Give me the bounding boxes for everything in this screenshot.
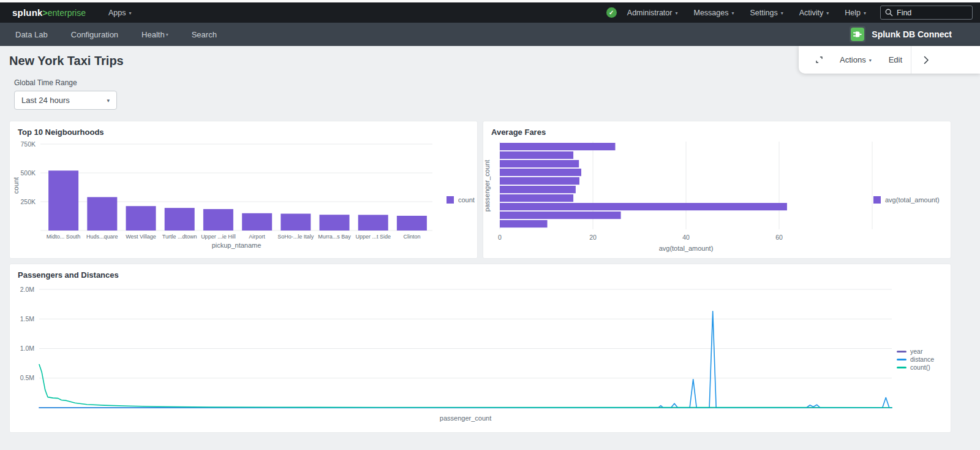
- legend-line-swatch: [897, 367, 907, 368]
- user-menu-label: Administrator: [627, 9, 673, 17]
- chart-legend: count: [447, 196, 475, 204]
- svg-text:2.0M: 2.0M: [20, 286, 34, 293]
- health-status-icon[interactable]: ✓: [606, 7, 617, 18]
- svg-text:SoHo-...le Italy: SoHo-...le Italy: [277, 234, 314, 240]
- legend-label: count(): [910, 364, 930, 371]
- nav-item-health[interactable]: Health ▾: [130, 23, 180, 46]
- db-connect-icon-frame: [850, 26, 865, 42]
- legend-item-year: year: [897, 348, 922, 355]
- svg-text:Midto... South: Midto... South: [47, 234, 81, 240]
- fullscreen-button[interactable]: [799, 46, 831, 74]
- caret-down-icon: ▾: [864, 11, 866, 16]
- time-range-label: Global Time Range: [14, 78, 971, 87]
- apps-menu-label: Apps: [108, 9, 126, 17]
- settings-menu[interactable]: Settings ▾: [742, 2, 791, 23]
- svg-text:0: 0: [498, 234, 502, 241]
- svg-text:passenger_count: passenger_count: [440, 414, 491, 422]
- caret-down-icon: ▾: [675, 11, 677, 16]
- nav-item-configuration[interactable]: Configuration: [59, 23, 130, 46]
- svg-text:count: count: [12, 177, 20, 194]
- caret-down-icon: ▾: [731, 11, 734, 16]
- svg-text:Clinton: Clinton: [403, 234, 420, 240]
- messages-menu[interactable]: Messages ▾: [685, 2, 742, 23]
- svg-text:passenger_count: passenger_count: [483, 160, 491, 212]
- logo-gt-text: >: [43, 8, 48, 18]
- svg-text:Turtle ...dtown: Turtle ...dtown: [162, 234, 197, 240]
- svg-text:pickup_ntaname: pickup_ntaname: [212, 242, 262, 249]
- chart-legend: avg(total_amount): [873, 196, 940, 204]
- chart-legend: year distance count(): [897, 348, 934, 371]
- time-range-value: Last 24 hours: [21, 96, 70, 105]
- splunk-logo[interactable]: splunk>enterprise: [12, 7, 86, 18]
- dashboard-action-bar: Actions ▾ Edit: [799, 46, 980, 74]
- apps-menu[interactable]: Apps ▾: [100, 2, 140, 23]
- legend-item-distance: distance: [897, 356, 934, 363]
- nav-data-lab-label: Data Lab: [15, 30, 48, 39]
- activity-menu-label: Activity: [799, 9, 824, 17]
- svg-text:Huds...quare: Huds...quare: [86, 234, 118, 240]
- legend-item-count: count(): [897, 364, 930, 371]
- actions-button[interactable]: Actions ▾: [831, 46, 880, 74]
- help-menu[interactable]: Help ▾: [837, 2, 874, 23]
- expand-icon: [815, 55, 824, 64]
- svg-text:60: 60: [775, 234, 783, 241]
- messages-menu-label: Messages: [693, 9, 728, 17]
- chart-title: Average Fares: [483, 121, 951, 137]
- db-connect-plug-icon: [851, 28, 864, 41]
- svg-text:0.5M: 0.5M: [20, 374, 34, 381]
- svg-text:750K: 750K: [20, 140, 36, 148]
- legend-line-swatch: [897, 351, 907, 353]
- app-branding[interactable]: Splunk DB Connect: [850, 26, 976, 42]
- nav-item-data-lab[interactable]: Data Lab: [4, 23, 59, 46]
- chart-panel-top10-neighbourhoods: Top 10 Neigbourhoods 750K500K250KMidto..…: [9, 121, 478, 259]
- caret-down-icon: ▾: [826, 11, 829, 16]
- app-navbar: Data Lab Configuration Health ▾ Search S…: [0, 23, 980, 46]
- dashboard-body: New York Taxi Trips Global Time Range La…: [0, 54, 980, 433]
- nav-search-label: Search: [192, 30, 217, 39]
- svg-text:40: 40: [682, 234, 690, 241]
- expand-panel-chevron-button[interactable]: [911, 46, 941, 74]
- search-icon: [885, 9, 893, 17]
- svg-text:Upper ...ie Hill: Upper ...ie Hill: [201, 234, 236, 240]
- svg-text:avg(total_amount): avg(total_amount): [659, 245, 714, 252]
- caret-down-icon: ▾: [107, 97, 110, 104]
- average-fares-hbar-chart[interactable]: 0204060avg(total_amount)passenger_count: [483, 137, 951, 254]
- svg-text:Upper ...t Side: Upper ...t Side: [355, 234, 391, 240]
- find-search-box[interactable]: [880, 6, 973, 20]
- caret-down-icon: ▾: [781, 11, 783, 16]
- svg-text:500K: 500K: [20, 169, 36, 177]
- logo-splunk-text: splunk: [12, 7, 43, 18]
- chart-title: Top 10 Neigbourhoods: [10, 121, 477, 137]
- nav-health-label: Health: [141, 30, 165, 39]
- svg-text:Murra...s Bay: Murra...s Bay: [318, 234, 351, 240]
- user-menu[interactable]: Administrator ▾: [619, 2, 686, 23]
- activity-menu[interactable]: Activity ▾: [791, 2, 837, 23]
- chart-panel-passengers-distances: Passengers and Distances 2.0M1.5M1.0M0.5…: [9, 264, 951, 433]
- app-name: Splunk DB Connect: [872, 29, 952, 39]
- chevron-right-icon: [924, 56, 929, 64]
- legend-label: avg(total_amount): [885, 196, 940, 204]
- svg-text:Airport: Airport: [249, 234, 265, 240]
- find-input[interactable]: [897, 9, 965, 17]
- edit-button[interactable]: Edit: [880, 46, 911, 74]
- legend-label: distance: [910, 356, 934, 363]
- nav-configuration-label: Configuration: [71, 30, 118, 39]
- svg-text:250K: 250K: [20, 198, 36, 205]
- top10-neighbourhoods-bar-chart[interactable]: 750K500K250KMidto... SouthHuds...quareWe…: [10, 137, 477, 254]
- legend-label: year: [910, 348, 922, 355]
- passengers-distances-line-chart[interactable]: 2.0M1.5M1.0M0.5Mpassenger_count: [10, 280, 951, 425]
- settings-menu-label: Settings: [750, 9, 777, 17]
- actions-button-label: Actions: [840, 55, 866, 64]
- time-range-dropdown[interactable]: Last 24 hours ▾: [14, 91, 117, 110]
- nav-item-search[interactable]: Search: [180, 23, 228, 46]
- chart-panel-average-fares: Average Fares 0204060avg(total_amount)pa…: [483, 121, 951, 259]
- caret-down-icon: ▾: [166, 32, 168, 37]
- legend-swatch: [447, 196, 454, 204]
- caret-down-icon: ▾: [129, 11, 132, 16]
- charts-row: Top 10 Neigbourhoods 750K500K250KMidto..…: [9, 121, 971, 259]
- splunk-topbar: splunk>enterprise Apps ▾ ✓ Administrator…: [0, 2, 980, 23]
- svg-text:20: 20: [589, 234, 597, 241]
- legend-line-swatch: [897, 359, 907, 360]
- edit-button-label: Edit: [889, 55, 902, 64]
- caret-down-icon: ▾: [869, 58, 872, 63]
